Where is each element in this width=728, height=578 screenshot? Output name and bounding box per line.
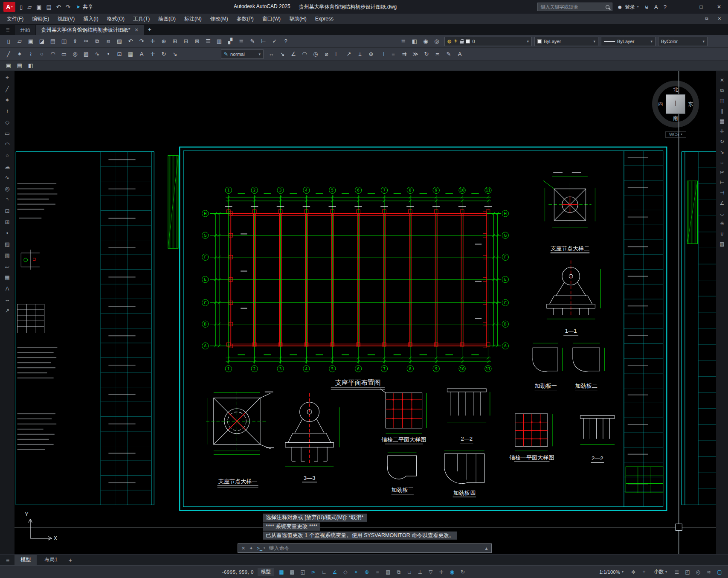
text-style-dropdown[interactable]: ✎ normal ▾: [221, 49, 264, 59]
linetype-dropdown[interactable]: ByLayer ▾: [601, 37, 655, 46]
rotate-icon[interactable]: ↻: [716, 137, 728, 146]
object-snap-tracking-icon[interactable]: ⌖: [353, 569, 360, 575]
arc-icon[interactable]: ◠: [48, 49, 58, 59]
menu-item[interactable]: 编辑(E): [28, 14, 53, 24]
open-icon[interactable]: ▱: [15, 37, 25, 46]
annotation-scale-button[interactable]: 1:1/100% ▾: [597, 569, 626, 575]
tab-model[interactable]: 模型: [15, 555, 37, 565]
publish-icon[interactable]: ⇪: [70, 37, 80, 46]
viewcube-north-label[interactable]: 北: [673, 86, 678, 93]
ordinate-dimension-icon[interactable]: ⊢: [333, 49, 343, 59]
dimension-tool-icon[interactable]: ↔: [2, 294, 13, 305]
tab-active-document[interactable]: 贵州某大学体育馆钢结构初步设计图纸* ✕: [36, 25, 144, 35]
drawing-canvas[interactable]: 11223344556677889910101111HHGGFFEECCBBAA…: [15, 71, 716, 554]
copy-icon[interactable]: ⧉: [92, 37, 102, 46]
make-block-tool-icon[interactable]: ⊞: [2, 217, 13, 227]
fillet-icon[interactable]: ◡: [716, 209, 728, 218]
rectangle-tool-icon[interactable]: ▭: [2, 128, 13, 138]
doc-minimize-button[interactable]: —: [688, 16, 700, 21]
command-history-toggle-icon[interactable]: ▴: [485, 545, 488, 551]
rectangle-icon[interactable]: ▭: [59, 49, 69, 59]
insert-block-tool-icon[interactable]: ⊡: [2, 206, 13, 216]
saveas-icon[interactable]: ◪: [37, 37, 47, 46]
ellipse-icon[interactable]: ◎: [70, 49, 80, 59]
arc-tool-icon[interactable]: ◠: [2, 139, 13, 149]
selection-filtering-icon[interactable]: ▽: [427, 569, 434, 575]
3d-object-snap-icon[interactable]: □: [406, 569, 413, 575]
workspace-switching-icon[interactable]: ✻: [630, 569, 637, 575]
construction-line-tool-icon[interactable]: ✶: [2, 95, 13, 105]
spell-check-icon[interactable]: ✓: [270, 37, 280, 46]
diameter-dimension-icon[interactable]: ⌀: [322, 49, 332, 59]
table-tool-icon[interactable]: ▦: [2, 272, 13, 282]
new-layout-button[interactable]: +: [65, 557, 75, 563]
quick-properties-icon[interactable]: ☰: [673, 569, 680, 575]
array-icon[interactable]: ▦: [716, 117, 728, 125]
mirror-icon[interactable]: ◫: [716, 96, 728, 105]
move-icon[interactable]: ✛: [716, 127, 728, 136]
qnew-icon[interactable]: ▯: [3, 37, 14, 46]
mtext-icon[interactable]: A: [136, 49, 147, 59]
menu-item[interactable]: 格式(O): [103, 14, 129, 24]
join-icon[interactable]: ∪: [716, 229, 728, 238]
tab-close-icon[interactable]: ✕: [134, 27, 138, 33]
lineweight-display-icon[interactable]: ≡: [374, 569, 381, 575]
line-tool-icon[interactable]: ╱: [2, 84, 13, 94]
circle-icon[interactable]: ○: [37, 49, 47, 59]
dimension-break-icon[interactable]: ⊣: [377, 49, 387, 59]
menu-item[interactable]: 窗口(W): [258, 14, 285, 24]
menu-item[interactable]: 视图(V): [53, 14, 79, 24]
search-box[interactable]: [537, 3, 612, 11]
undo-icon[interactable]: ↶: [56, 4, 61, 10]
explode-icon[interactable]: ✳: [716, 219, 728, 228]
save-icon[interactable]: ▣: [36, 4, 41, 10]
doc-close-button[interactable]: ✕: [713, 16, 725, 21]
close-button[interactable]: ✕: [710, 0, 728, 14]
linear-dimension-icon[interactable]: ↔: [266, 49, 276, 59]
file-tabs-menu-icon[interactable]: ≡: [2, 26, 14, 33]
redo-icon[interactable]: ↷: [66, 4, 70, 10]
tolerance-icon[interactable]: ±: [355, 49, 365, 59]
annotation-monitor-icon[interactable]: +: [641, 569, 647, 575]
continue-dimension-icon[interactable]: ⇉: [399, 49, 409, 59]
layer-unisolate-icon[interactable]: ◎: [432, 37, 442, 46]
isolate-objects-icon[interactable]: ◎: [695, 569, 702, 575]
erase-icon[interactable]: ✕: [716, 76, 728, 84]
autoscale-icon[interactable]: ↻: [459, 569, 466, 575]
viewcube-compass[interactable]: 北 南 西 东 上: [652, 81, 699, 128]
command-input-bar[interactable]: ✕ ✦ >_ ▾ ▴: [238, 543, 491, 553]
paste-icon[interactable]: ⧈: [103, 37, 113, 46]
cart-icon[interactable]: ⊎: [645, 4, 649, 10]
qsave-icon[interactable]: ▣: [26, 37, 36, 46]
transparency-icon[interactable]: ▨: [385, 569, 392, 575]
object-snap-icon[interactable]: ⊚: [363, 569, 370, 575]
application-menu-button[interactable]: A▾: [3, 2, 15, 12]
plot-icon[interactable]: ▤: [48, 37, 58, 46]
gradient-tool-icon[interactable]: ▧: [2, 250, 13, 260]
tool-palettes-icon[interactable]: ▞: [225, 37, 235, 46]
polygon-tool-icon[interactable]: ◇: [2, 117, 13, 127]
plot-preview-icon[interactable]: ◫: [59, 37, 69, 46]
viewcube-east-label[interactable]: 东: [688, 100, 693, 107]
radius-dimension-icon[interactable]: ◷: [310, 49, 321, 59]
properties-icon[interactable]: ☰: [203, 37, 213, 46]
color-dropdown[interactable]: ByLayer ▾: [534, 37, 598, 46]
multileader-tool-icon[interactable]: ↗: [2, 305, 13, 316]
new-tab-button[interactable]: +: [145, 26, 155, 33]
maximize-button[interactable]: □: [692, 0, 710, 14]
visual-styles-icon[interactable]: ◧: [26, 61, 36, 70]
copy-icon[interactable]: ⧉: [716, 86, 728, 95]
autodesk-badge-icon[interactable]: A: [654, 4, 658, 10]
grid-icon[interactable]: ▦: [278, 569, 285, 575]
layer-dropdown[interactable]: ◍ ☀ 0 ▾: [444, 37, 532, 46]
dynamic-input-icon[interactable]: ⊳: [310, 569, 317, 575]
polyline-tool-icon[interactable]: ≀: [2, 106, 13, 116]
annotation-icon[interactable]: A: [455, 49, 465, 59]
help-icon[interactable]: ?: [664, 4, 667, 10]
share-button[interactable]: ➤ 共享: [76, 3, 93, 11]
annotation-visibility-icon[interactable]: ◉: [449, 569, 455, 575]
minimize-button[interactable]: —: [674, 0, 692, 14]
point-icon[interactable]: •: [103, 49, 113, 59]
arc-length-dimension-icon[interactable]: ◠: [299, 49, 310, 59]
aligned-dimension-icon[interactable]: ↘: [277, 49, 287, 59]
